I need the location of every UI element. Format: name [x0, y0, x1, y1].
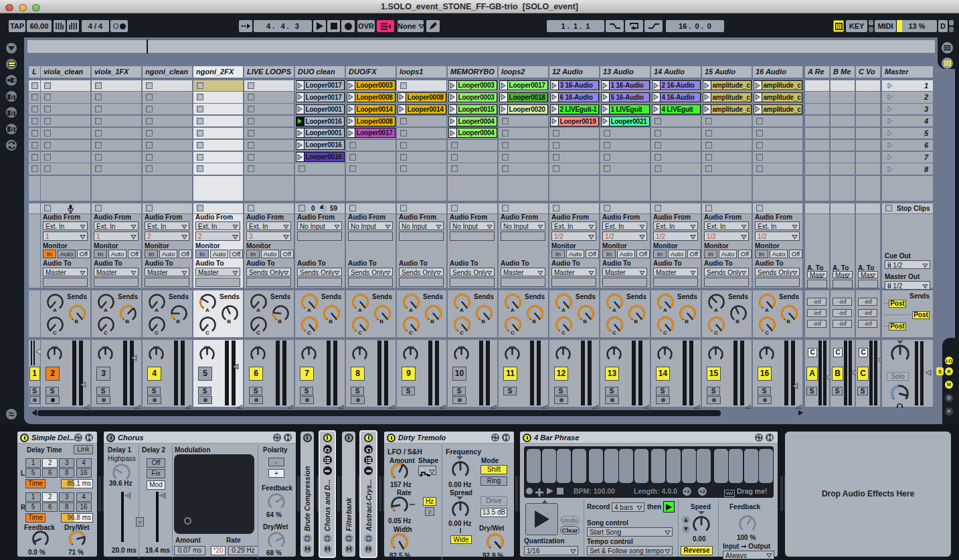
svg-text:2: 2: [11, 112, 13, 116]
svg-text:3: 3: [11, 128, 13, 132]
svg-text:1: 1: [11, 95, 13, 99]
